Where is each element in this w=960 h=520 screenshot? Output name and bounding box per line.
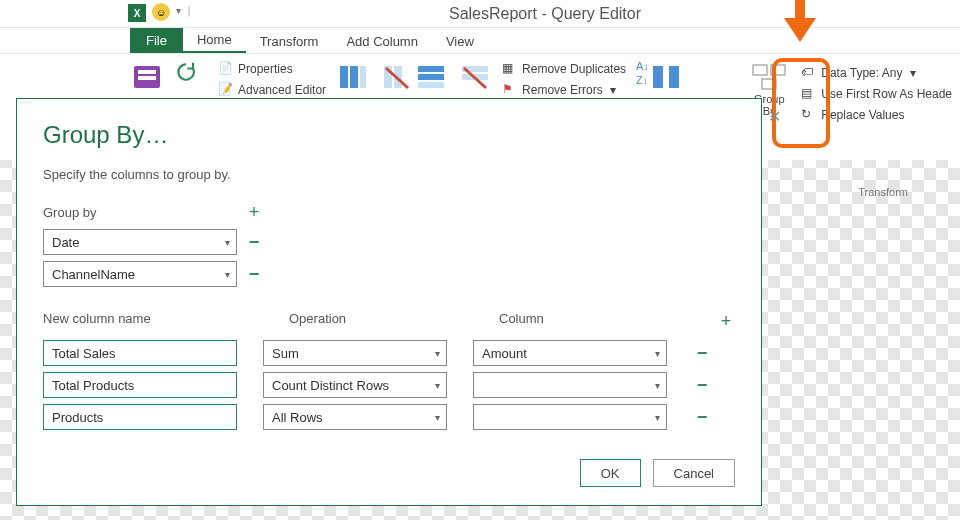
agg-name-2-input[interactable] bbox=[43, 372, 237, 398]
agg-name-3-input[interactable] bbox=[43, 404, 237, 430]
svg-rect-17 bbox=[753, 65, 767, 75]
svg-rect-16 bbox=[669, 66, 679, 88]
advanced-editor-icon: 📝 bbox=[218, 82, 234, 98]
remove-duplicates-icon: ▦ bbox=[502, 61, 518, 77]
replace-values-button[interactable]: ↻ Replace Values bbox=[801, 106, 952, 124]
properties-icon: 📄 bbox=[218, 61, 234, 77]
remove-duplicates-button[interactable]: ▦ Remove Duplicates bbox=[502, 60, 626, 78]
agg-op-2-dropdown[interactable]: Count Distinct Rows bbox=[263, 372, 447, 398]
agg-op-3-value: All Rows bbox=[272, 410, 323, 425]
svg-rect-9 bbox=[418, 66, 444, 72]
ribbon-group-rows bbox=[414, 54, 492, 94]
data-type-icon: 🏷 bbox=[801, 65, 817, 81]
remove-agg-1-button[interactable]: − bbox=[693, 343, 711, 364]
properties-label: Properties bbox=[238, 62, 293, 76]
ribbon-group-sort: A↓ Z↓ bbox=[636, 54, 649, 86]
cancel-button[interactable]: Cancel bbox=[653, 459, 735, 487]
agg-op-1-value: Sum bbox=[272, 346, 299, 361]
group-column-2-value: ChannelName bbox=[52, 267, 135, 282]
agg-op-2-value: Count Distinct Rows bbox=[272, 378, 389, 393]
group-column-1-dropdown[interactable]: Date bbox=[43, 229, 237, 255]
remove-errors-button[interactable]: ⚑ Remove Errors ▾ bbox=[502, 81, 626, 99]
excel-logo-icon: X bbox=[128, 4, 146, 22]
group-by-label: Group by bbox=[43, 205, 237, 220]
agg-col-3-dropdown[interactable] bbox=[473, 404, 667, 430]
tab-add-column[interactable]: Add Column bbox=[332, 30, 432, 53]
agg-name-1-input[interactable] bbox=[43, 340, 237, 366]
add-group-column-button[interactable]: + bbox=[245, 202, 263, 223]
remove-duplicates-label: Remove Duplicates bbox=[522, 62, 626, 76]
tab-home[interactable]: Home bbox=[183, 28, 246, 53]
add-aggregation-button[interactable]: + bbox=[717, 311, 735, 332]
data-type-dropdown[interactable]: 🏷 Data Type: Any ▾ bbox=[801, 64, 952, 82]
advanced-editor-label: Advanced Editor bbox=[238, 83, 326, 97]
group-column-2-dropdown[interactable]: ChannelName bbox=[43, 261, 237, 287]
replace-values-icon: ↻ bbox=[801, 107, 817, 123]
close-load-icon[interactable] bbox=[130, 60, 164, 94]
ribbon-group-close-load bbox=[130, 54, 164, 94]
remove-agg-3-button[interactable]: − bbox=[693, 407, 711, 428]
ribbon-group-query bbox=[164, 54, 208, 90]
agg-col-2-dropdown[interactable] bbox=[473, 372, 667, 398]
svg-rect-5 bbox=[360, 66, 366, 88]
agg-op-1-dropdown[interactable]: Sum bbox=[263, 340, 447, 366]
tab-view[interactable]: View bbox=[432, 30, 488, 53]
group-by-icon bbox=[751, 63, 787, 91]
svg-rect-1 bbox=[138, 70, 156, 74]
split-column-icon[interactable] bbox=[649, 60, 683, 94]
use-first-row-label: Use First Row As Heade bbox=[821, 87, 952, 101]
title-bar: X ☺ ▾ ｜ SalesReport - Query Editor bbox=[0, 0, 960, 28]
agg-col-1-dropdown[interactable]: Amount bbox=[473, 340, 667, 366]
remove-group-column-2-button[interactable]: − bbox=[245, 264, 263, 285]
data-type-label: Data Type: Any bbox=[821, 66, 902, 80]
sort-desc-icon[interactable]: Z↓ bbox=[636, 74, 649, 86]
keep-rows-icon[interactable] bbox=[414, 60, 448, 94]
advanced-editor-button[interactable]: 📝 Advanced Editor bbox=[218, 81, 326, 99]
svg-rect-4 bbox=[350, 66, 358, 88]
group-by-dialog: ✕ Group By… Specify the columns to group… bbox=[16, 98, 762, 506]
ribbon-group-columns bbox=[336, 54, 414, 94]
choose-columns-icon[interactable] bbox=[336, 60, 370, 94]
svg-rect-11 bbox=[418, 82, 444, 88]
sort-asc-icon[interactable]: A↓ bbox=[636, 60, 649, 72]
svg-rect-15 bbox=[653, 66, 663, 88]
remove-rows-icon[interactable] bbox=[458, 60, 492, 94]
ribbon-group-split bbox=[649, 54, 683, 94]
svg-rect-10 bbox=[418, 74, 444, 80]
svg-rect-3 bbox=[340, 66, 348, 88]
remove-errors-label: Remove Errors bbox=[522, 83, 603, 97]
tab-file[interactable]: File bbox=[130, 28, 183, 53]
agg-header-col: Column bbox=[499, 311, 691, 332]
remove-group-column-1-button[interactable]: − bbox=[245, 232, 263, 253]
smiley-icon[interactable]: ☺ bbox=[152, 3, 170, 21]
ok-button[interactable]: OK bbox=[580, 459, 641, 487]
dialog-close-button[interactable]: ✕ bbox=[768, 107, 781, 126]
replace-values-label: Replace Values bbox=[821, 108, 904, 122]
quick-access-dropdown[interactable]: ▾ ｜ bbox=[176, 4, 194, 18]
dialog-title: Group By… bbox=[43, 121, 735, 149]
transform-group-label: Transform bbox=[858, 186, 908, 198]
agg-op-3-dropdown[interactable]: All Rows bbox=[263, 404, 447, 430]
ribbon-tabs: File Home Transform Add Column View bbox=[0, 28, 960, 54]
group-column-1-value: Date bbox=[52, 235, 79, 250]
first-row-header-icon: ▤ bbox=[801, 86, 817, 102]
remove-agg-2-button[interactable]: − bbox=[693, 375, 711, 396]
svg-rect-19 bbox=[762, 79, 776, 89]
window-title: SalesReport - Query Editor bbox=[449, 5, 641, 23]
agg-header-name: New column name bbox=[43, 311, 237, 332]
tab-transform[interactable]: Transform bbox=[246, 30, 333, 53]
refresh-icon[interactable] bbox=[174, 60, 198, 84]
agg-header-op: Operation bbox=[289, 311, 473, 332]
svg-rect-18 bbox=[771, 65, 785, 75]
properties-button[interactable]: 📄 Properties bbox=[218, 60, 326, 78]
use-first-row-button[interactable]: ▤ Use First Row As Heade bbox=[801, 85, 952, 103]
agg-col-1-value: Amount bbox=[482, 346, 527, 361]
svg-rect-2 bbox=[138, 76, 156, 80]
remove-errors-icon: ⚑ bbox=[502, 82, 518, 98]
remove-columns-icon[interactable] bbox=[380, 60, 414, 94]
dialog-subtitle: Specify the columns to group by. bbox=[43, 167, 735, 182]
